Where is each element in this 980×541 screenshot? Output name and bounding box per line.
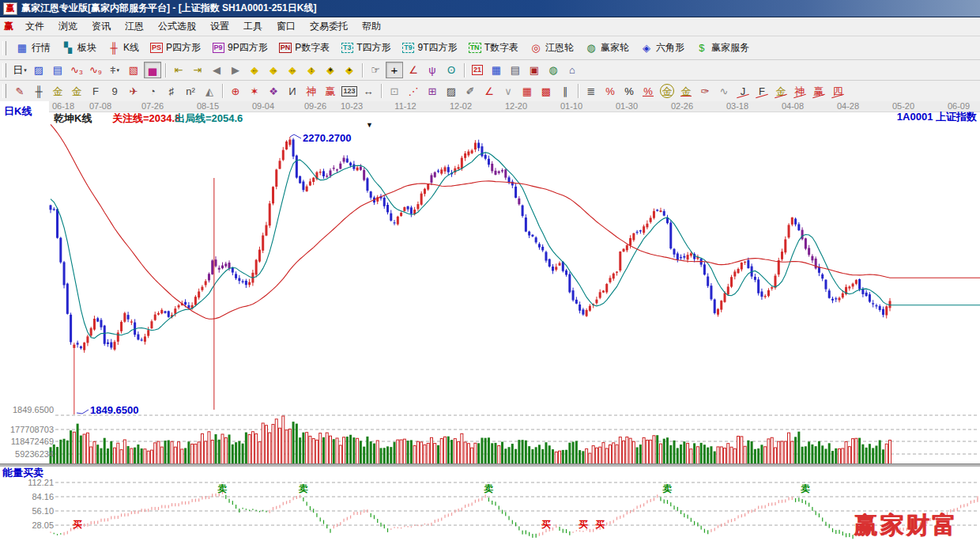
tool-star-burst[interactable]: ✶ xyxy=(246,83,263,100)
tool-diamond-right[interactable]: ◆→ xyxy=(265,62,282,78)
tool-gold-grid-a[interactable]: 金 xyxy=(49,83,66,100)
tool-wave-tool[interactable]: ∿ xyxy=(715,83,733,100)
tool-k-note[interactable]: И xyxy=(284,83,301,100)
tool-f-angle[interactable]: F xyxy=(753,83,771,100)
tool-shen-grid[interactable]: 神 xyxy=(303,83,320,100)
tool-grid-box-red[interactable]: ▦ xyxy=(518,83,536,100)
tb-p-square-button[interactable]: PSP四方形 xyxy=(145,40,206,56)
tool-gann-box-tool[interactable]: ψ xyxy=(424,62,441,78)
menu-browse[interactable]: 浏览 xyxy=(51,17,85,36)
menu-tools[interactable]: 工具 xyxy=(236,17,270,36)
tb-p-number-table-button[interactable]: PNP数字表 xyxy=(273,40,336,56)
tool-wave-9[interactable]: ∿₉ xyxy=(87,62,104,78)
tool-j-angle[interactable]: J xyxy=(734,83,752,100)
tool-workstation[interactable]: ⌂ xyxy=(564,62,581,78)
tool-ruler-123[interactable]: 123 xyxy=(341,83,358,100)
tb-t-square-button[interactable]: T3T四方形 xyxy=(335,40,396,56)
tool-tick-grid[interactable]: ╫ xyxy=(30,83,47,100)
tool-width-measure[interactable]: ↔ xyxy=(360,83,377,100)
menu-formula-stock-pick[interactable]: 公式选股 xyxy=(151,17,203,36)
tb-gann-wheel-button[interactable]: ◎江恩轮 xyxy=(524,40,579,56)
tool-four-angle[interactable]: 四 xyxy=(829,83,846,100)
menu-news[interactable]: 资讯 xyxy=(85,17,118,36)
tb-9t-square-button[interactable]: T99T四方形 xyxy=(397,40,463,56)
tb-t-number-table-button[interactable]: TNT数字表 xyxy=(463,40,524,56)
tool-info-panel[interactable]: ▤ xyxy=(49,62,66,78)
tool-spiral-tool[interactable]: ʘ xyxy=(443,62,460,78)
tool-diamond-hswap[interactable]: ◆↔ xyxy=(284,62,301,78)
tool-diamond-vswap[interactable]: ◆↕ xyxy=(303,62,320,78)
tool-percent-levels[interactable]: % xyxy=(639,83,657,100)
tool-pattern-window[interactable]: ▨ xyxy=(30,62,47,78)
tool-fan-red[interactable]: ⋰ xyxy=(405,83,422,100)
menu-trade-order[interactable]: 交易委托 xyxy=(303,17,355,36)
tool-percent[interactable]: % xyxy=(620,83,638,100)
tool-compass-target[interactable]: ⊕ xyxy=(227,83,244,100)
tool-go-first[interactable]: ⇤ xyxy=(170,62,187,78)
tool-angle-measure[interactable]: ∠ xyxy=(405,62,422,78)
tool-frame-tool[interactable]: ⊡ xyxy=(386,83,403,100)
toolbar-grip[interactable] xyxy=(2,84,6,98)
toolbar-grip[interactable] xyxy=(2,41,6,55)
tool-price-ruler[interactable]: ≣ xyxy=(582,83,600,100)
menu-window[interactable]: 窗口 xyxy=(270,17,303,36)
tool-tick-grid-2[interactable]: ♯ xyxy=(163,83,180,100)
tool-mark-brush[interactable]: ✑ xyxy=(696,83,714,100)
toolbar-grip[interactable] xyxy=(2,63,6,78)
tool-web-export[interactable]: ◍ xyxy=(545,62,562,78)
tool-gold-angle[interactable]: 金 xyxy=(772,83,790,100)
kline-chart-canvas[interactable]: 06-1807-0807-2608-1509-0409-2610-2311-12… xyxy=(0,101,980,541)
tb-winner-service-button[interactable]: $赢家服务 xyxy=(690,40,755,56)
tool-nine-spiral[interactable]: 9 xyxy=(106,83,123,100)
expand-caret-icon[interactable]: ▼ xyxy=(366,121,373,129)
tool-period-daily[interactable]: 日▾ xyxy=(11,62,28,78)
tool-calculator[interactable]: ▦ xyxy=(488,62,505,78)
tool-trend-pen[interactable]: ✐ xyxy=(462,83,479,100)
tool-zigzag[interactable]: ∨ xyxy=(499,83,517,100)
menu-settings[interactable]: 设置 xyxy=(203,17,236,36)
tool-rocket-tool[interactable]: ✈ xyxy=(125,83,142,100)
tool-win-grid[interactable]: 赢 xyxy=(322,83,339,100)
tool-diamond-star[interactable]: ◆✶ xyxy=(322,62,339,78)
tool-draw-knife[interactable]: ✎ xyxy=(11,83,28,100)
tool-pan-hand[interactable]: ☞ xyxy=(367,62,384,78)
tb-sectors-button[interactable]: ▚板块 xyxy=(56,40,102,56)
tool-memo[interactable]: ▤ xyxy=(507,62,524,78)
tool-f-grid[interactable]: F xyxy=(87,83,104,100)
tool-grid-box-red2[interactable]: ▩ xyxy=(537,83,555,100)
tool-parallel-lines[interactable]: ∥ xyxy=(556,83,574,100)
tool-time-circle[interactable]: ◔ xyxy=(144,83,161,100)
tool-cycle-sampler[interactable]: ǂ▾ xyxy=(106,62,123,78)
tool-star-box[interactable]: ❖ xyxy=(265,83,282,100)
tool-n-squared[interactable]: n² xyxy=(182,83,199,100)
menu-help[interactable]: 帮助 xyxy=(355,17,388,36)
pane-splitter[interactable] xyxy=(0,463,980,467)
tool-golden-lines[interactable]: 金 xyxy=(677,83,695,100)
tool-shen-angle[interactable]: 神 xyxy=(791,83,808,100)
menu-gann[interactable]: 江恩 xyxy=(118,17,151,36)
tool-percent-retrace[interactable]: % xyxy=(601,83,619,100)
tool-calendar-21[interactable]: 21 xyxy=(469,62,486,78)
tool-diamond-expand[interactable]: ◆+ xyxy=(341,62,358,78)
tool-crosshair[interactable]: + xyxy=(386,62,403,78)
tb-9p-square-button[interactable]: P99P四方形 xyxy=(206,40,273,56)
tool-go-prev[interactable]: ◀ xyxy=(208,62,225,78)
tool-golden-circle[interactable]: 金 xyxy=(660,84,674,98)
tool-angle-line[interactable]: ∠ xyxy=(481,83,498,100)
tb-hexagon-button[interactable]: ◈六角形 xyxy=(635,40,690,56)
menu-file[interactable]: 文件 xyxy=(18,17,51,36)
tool-wave-3[interactable]: ∿₃ xyxy=(68,62,85,78)
tool-win-angle[interactable]: 赢 xyxy=(810,83,827,100)
tb-kline-button[interactable]: ╫K线 xyxy=(102,40,145,56)
tool-pattern-red[interactable]: ▧ xyxy=(125,62,142,78)
tool-gold-grid-b[interactable]: 金 xyxy=(68,83,85,100)
tool-go-next[interactable]: ▶ xyxy=(227,62,244,78)
tool-energy-histogram[interactable]: ▅ xyxy=(144,62,161,78)
tb-winner-wheel-button[interactable]: ◍赢家轮 xyxy=(579,40,635,56)
tool-go-last[interactable]: ⇥ xyxy=(189,62,206,78)
tool-fan-box-dark[interactable]: ▨ xyxy=(443,83,460,100)
tool-save[interactable]: ▣ xyxy=(526,62,543,78)
tool-fan-box-purple[interactable]: ⊞ xyxy=(424,83,441,100)
tool-prism[interactable]: ◭ xyxy=(201,83,218,100)
tool-diamond-left[interactable]: ◆← xyxy=(246,62,263,78)
